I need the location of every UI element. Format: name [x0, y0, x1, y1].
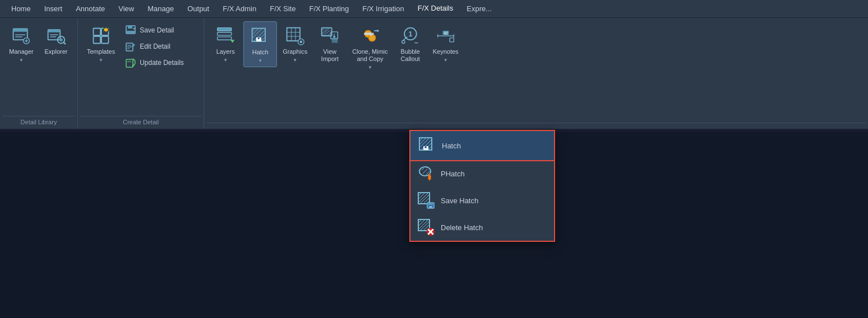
svg-text:42: 42	[444, 31, 448, 35]
templates-icon	[91, 26, 111, 46]
svg-rect-31	[126, 59, 133, 67]
bubble-callout-icon: 1	[400, 26, 421, 46]
svg-line-40	[252, 29, 259, 35]
svg-rect-8	[48, 30, 61, 32]
svg-point-47	[258, 38, 260, 40]
layers-button[interactable]: Layers ▼	[209, 21, 242, 66]
hatch-button[interactable]: Hatch ▼	[243, 21, 277, 67]
save-detail-icon	[125, 25, 136, 36]
menu-fx-site[interactable]: F/X Site	[263, 2, 302, 15]
update-details-icon	[125, 57, 136, 68]
svg-rect-35	[218, 32, 232, 35]
keynotes-dropdown-arrow: ▼	[444, 58, 448, 63]
view-import-button[interactable]: View Import	[313, 21, 347, 66]
svg-rect-16	[94, 36, 101, 44]
save-detail-button[interactable]: Save Detail	[121, 22, 199, 38]
svg-line-95	[423, 169, 427, 174]
phatch-menu-icon	[417, 165, 435, 183]
update-details-button[interactable]: Update Details	[121, 55, 199, 71]
svg-rect-105	[428, 203, 433, 205]
ribbon-group-tools: Layers ▼	[204, 18, 868, 129]
svg-line-12	[64, 43, 66, 44]
hatch-icon	[250, 26, 270, 46]
bubble-callout-button[interactable]: 1 Bubble Callout	[394, 21, 427, 66]
templates-button[interactable]: Templates ▼	[82, 21, 119, 66]
svg-text:1: 1	[408, 30, 412, 38]
clone-mimic-label: Clone, Mimic and Copy	[352, 48, 388, 63]
graphics-icon	[285, 26, 305, 46]
phatch-menu-item[interactable]: PHatch	[410, 160, 554, 187]
update-details-label: Update Details	[140, 59, 184, 67]
ribbon-group-detail-library-content: Manager ▼ Explorer	[2, 21, 75, 114]
svg-point-76	[401, 40, 404, 43]
edit-detail-button[interactable]: Edit Detail	[121, 39, 199, 54]
menu-home[interactable]: Home	[4, 2, 38, 15]
hatch-menu-item[interactable]: Hatch	[409, 130, 555, 161]
delete-hatch-menu-label: Delete Hatch	[441, 223, 483, 232]
menu-view[interactable]: View	[112, 2, 141, 15]
svg-point-13	[59, 39, 62, 41]
layers-dropdown-arrow: ▼	[223, 58, 228, 63]
save-hatch-menu-item[interactable]: Save Hatch	[410, 187, 554, 214]
hatch-menu-icon	[418, 137, 436, 155]
clone-mimic-icon	[360, 26, 380, 46]
menu-fx-irrigation[interactable]: F/X Irrigation	[355, 2, 410, 15]
create-detail-small-buttons: Save Detail Edit Detail	[121, 21, 199, 72]
menu-manage[interactable]: Manage	[141, 2, 181, 15]
svg-point-66	[368, 34, 376, 41]
clone-mimic-button[interactable]: Clone, Mimic and Copy ▼	[348, 21, 393, 73]
svg-rect-14	[94, 29, 101, 36]
menu-fx-admin[interactable]: F/X Admin	[216, 2, 263, 15]
svg-rect-64	[332, 38, 338, 43]
svg-rect-23	[128, 26, 132, 29]
svg-line-59	[324, 30, 330, 36]
templates-label: Templates	[87, 48, 115, 55]
svg-rect-24	[127, 31, 135, 33]
save-hatch-menu-icon	[417, 191, 435, 209]
layers-label: Layers	[216, 48, 235, 55]
menu-fx-planting[interactable]: F/X Planting	[302, 2, 355, 15]
menu-insert[interactable]: Insert	[38, 2, 70, 15]
view-import-label: View Import	[321, 48, 339, 63]
svg-rect-82	[450, 38, 454, 42]
svg-line-90	[431, 149, 432, 150]
graphics-button[interactable]: Graphics ▼	[278, 21, 312, 66]
hatch-label: Hatch	[252, 49, 269, 56]
ribbon-group-detail-library: Manager ▼ Explorer	[0, 18, 78, 129]
ribbon-group-tools-content: Layers ▼	[206, 21, 866, 120]
delete-hatch-menu-item[interactable]: Delete Hatch	[410, 214, 554, 241]
svg-point-92	[424, 146, 427, 148]
edit-detail-label: Edit Detail	[140, 43, 170, 50]
menu-output[interactable]: Output	[181, 2, 216, 15]
keynotes-button[interactable]: 42 Keynotes ▼	[428, 21, 463, 66]
tools-group-label	[206, 123, 866, 129]
menu-express[interactable]: Expre...	[460, 2, 498, 15]
hatch-dropdown-arrow: ▼	[258, 58, 262, 63]
svg-rect-1	[13, 29, 27, 31]
manager-button[interactable]: Manager ▼	[4, 21, 38, 66]
svg-rect-68	[370, 33, 372, 36]
keynotes-label: Keynotes	[433, 48, 459, 55]
svg-rect-34	[218, 28, 232, 31]
svg-line-109	[418, 219, 425, 226]
svg-line-94	[422, 168, 424, 170]
menu-annotate[interactable]: Annotate	[69, 2, 112, 15]
explorer-button[interactable]: Explorer	[39, 21, 73, 59]
hatch-menu-label: Hatch	[442, 142, 461, 150]
edit-detail-icon	[125, 41, 136, 52]
hatch-dropdown-menu: Hatch PHatch	[409, 130, 555, 242]
ribbon-group-create-detail: Templates ▼ Save Detail	[78, 18, 204, 129]
phatch-menu-label: PHatch	[441, 170, 465, 178]
ribbon: Manager ▼ Explorer	[0, 18, 868, 130]
manager-icon	[11, 26, 31, 46]
svg-rect-69	[372, 33, 374, 35]
svg-marker-71	[377, 29, 380, 32]
detail-library-group-label: Detail Library	[2, 116, 75, 129]
view-import-icon	[320, 26, 340, 46]
graphics-dropdown-arrow: ▼	[293, 58, 297, 63]
bubble-callout-label: Bubble Callout	[401, 48, 420, 63]
explorer-icon	[46, 26, 66, 46]
explorer-label: Explorer	[45, 48, 68, 55]
menu-fx-details[interactable]: F/X Details	[411, 2, 460, 16]
manager-dropdown-arrow: ▼	[19, 58, 24, 63]
